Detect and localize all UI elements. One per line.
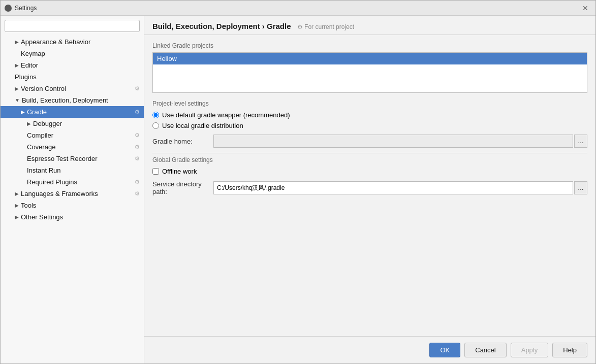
service-directory-input-group: … <box>213 181 587 194</box>
sidebar-item-label: Plugins <box>15 73 37 81</box>
sidebar-item-label: Tools <box>21 202 36 209</box>
sidebar-item-debugger[interactable]: ▶ Debugger <box>1 118 144 129</box>
arrow-icon: ▶ <box>15 62 19 68</box>
gradle-home-row: Gradle home: … <box>152 135 587 148</box>
gear-icon: ⚙ <box>135 109 140 115</box>
main-content-area: ▶ Appearance & Behavior Keymap ▶ Editor … <box>1 16 595 363</box>
arrow-icon: ▼ <box>15 97 20 103</box>
for-project-label: ⚙ For current project <box>297 23 354 30</box>
app-icon <box>5 5 12 12</box>
apply-button[interactable]: Apply <box>511 343 549 357</box>
arrow-icon: ▶ <box>15 203 19 208</box>
sidebar: ▶ Appearance & Behavior Keymap ▶ Editor … <box>1 16 144 363</box>
gradle-home-browse-button[interactable]: … <box>574 135 587 148</box>
breadcrumb: Build, Execution, Deployment › Gradle ⚙ … <box>152 22 354 30</box>
sidebar-item-coverage[interactable]: Coverage ⚙ <box>1 141 144 153</box>
arrow-icon: ▶ <box>21 109 25 115</box>
sidebar-item-label: Gradle <box>27 108 47 116</box>
radio-default-label[interactable]: Use default gradle wrapper (recommended) <box>162 111 290 119</box>
sidebar-item-label: Editor <box>21 61 38 69</box>
radio-default[interactable] <box>152 112 159 118</box>
sidebar-item-label: Appearance & Behavior <box>21 38 90 46</box>
sidebar-item-editor[interactable]: ▶ Editor <box>1 59 144 71</box>
divider <box>152 153 587 153</box>
sidebar-item-espresso[interactable]: Espresso Test Recorder ⚙ <box>1 153 144 164</box>
sidebar-item-version-control[interactable]: ▶ Version Control ⚙ <box>1 83 144 94</box>
offline-work-row[interactable]: Offline work <box>152 168 587 175</box>
service-directory-input[interactable] <box>213 181 573 194</box>
sidebar-item-label: Keymap <box>21 50 45 57</box>
sidebar-item-label: Espresso Test Recorder <box>27 155 98 162</box>
window-title: Settings <box>15 5 579 12</box>
arrow-icon: ▶ <box>27 121 31 126</box>
arrow-icon: ▶ <box>15 191 19 196</box>
arrow-icon: ▶ <box>15 39 19 45</box>
linked-projects-label: Linked Gradle projects <box>152 42 587 49</box>
sidebar-item-build-execution[interactable]: ▼ Build, Execution, Deployment <box>1 94 144 106</box>
service-directory-row: Service directory path: … <box>152 180 587 195</box>
gear-icon: ⚙ <box>135 132 140 139</box>
global-settings-label: Global Gradle settings <box>152 156 587 163</box>
sidebar-item-keymap[interactable]: Keymap <box>1 48 144 59</box>
gear-icon: ⚙ <box>135 85 140 92</box>
sidebar-item-label: Instant Run <box>27 167 61 174</box>
gradle-home-input[interactable] <box>213 135 573 148</box>
panel-header: Build, Execution, Deployment › Gradle ⚙ … <box>144 16 595 35</box>
offline-work-label[interactable]: Offline work <box>162 168 197 175</box>
sidebar-item-gradle[interactable]: ▶ Gradle ⚙ <box>1 106 144 118</box>
cancel-button[interactable]: Cancel <box>464 343 506 357</box>
arrow-icon: ▶ <box>15 214 19 220</box>
sidebar-item-languages[interactable]: ▶ Languages & Frameworks ⚙ <box>1 188 144 200</box>
close-button[interactable]: ✕ <box>579 3 591 13</box>
search-input[interactable] <box>5 20 140 32</box>
radio-group-gradle-wrapper: Use default gradle wrapper (recommended)… <box>152 111 587 129</box>
project-level-label: Project-level settings <box>152 100 587 107</box>
sidebar-item-plugins[interactable]: Plugins <box>1 71 144 83</box>
sidebar-item-label: Other Settings <box>21 213 63 221</box>
radio-local[interactable] <box>152 122 159 129</box>
radio-local-label[interactable]: Use local gradle distribution <box>162 122 243 129</box>
panel-content: Linked Gradle projects Hellow Project-le… <box>144 35 595 336</box>
arrow-icon: ▶ <box>15 86 19 91</box>
ok-button[interactable]: OK <box>429 343 460 357</box>
sidebar-item-label: Debugger <box>33 120 62 127</box>
sidebar-item-required-plugins[interactable]: Required Plugins ⚙ <box>1 176 144 188</box>
help-button[interactable]: Help <box>552 343 587 357</box>
gear-icon: ⚙ <box>135 190 140 197</box>
gear-icon: ⚙ <box>135 155 140 162</box>
service-directory-label: Service directory path: <box>152 180 213 195</box>
settings-window: Settings ✕ ▶ Appearance & Behavior Keyma… <box>0 0 596 364</box>
gradle-home-input-group: … <box>213 135 587 148</box>
linked-projects-list[interactable]: Hellow <box>152 52 587 93</box>
sidebar-item-tools[interactable]: ▶ Tools <box>1 200 144 211</box>
sidebar-item-label: Build, Execution, Deployment <box>22 96 108 104</box>
gradle-home-label: Gradle home: <box>152 138 213 145</box>
offline-work-checkbox[interactable] <box>152 168 159 175</box>
footer: OK Cancel Apply Help <box>144 336 595 363</box>
service-directory-browse-button[interactable]: … <box>574 181 587 194</box>
sidebar-item-instant-run[interactable]: Instant Run <box>1 164 144 176</box>
radio-row-local[interactable]: Use local gradle distribution <box>152 122 587 129</box>
breadcrumb-text: Build, Execution, Deployment › Gradle <box>152 22 291 30</box>
sidebar-item-label: Compiler <box>27 131 53 139</box>
list-item[interactable]: Hellow <box>153 53 587 64</box>
sidebar-item-label: Required Plugins <box>27 178 77 186</box>
gear-icon: ⚙ <box>135 144 140 150</box>
sidebar-item-label: Version Control <box>21 85 66 92</box>
sidebar-item-other-settings[interactable]: ▶ Other Settings <box>1 211 144 223</box>
titlebar: Settings ✕ <box>1 1 595 16</box>
sidebar-item-appearance[interactable]: ▶ Appearance & Behavior <box>1 36 144 48</box>
gear-icon: ⚙ <box>135 179 140 185</box>
sidebar-item-compiler[interactable]: Compiler ⚙ <box>1 129 144 141</box>
sidebar-item-label: Languages & Frameworks <box>21 190 98 197</box>
radio-row-default[interactable]: Use default gradle wrapper (recommended) <box>152 111 587 119</box>
sidebar-item-label: Coverage <box>27 143 55 151</box>
settings-main-panel: Build, Execution, Deployment › Gradle ⚙ … <box>144 16 595 363</box>
